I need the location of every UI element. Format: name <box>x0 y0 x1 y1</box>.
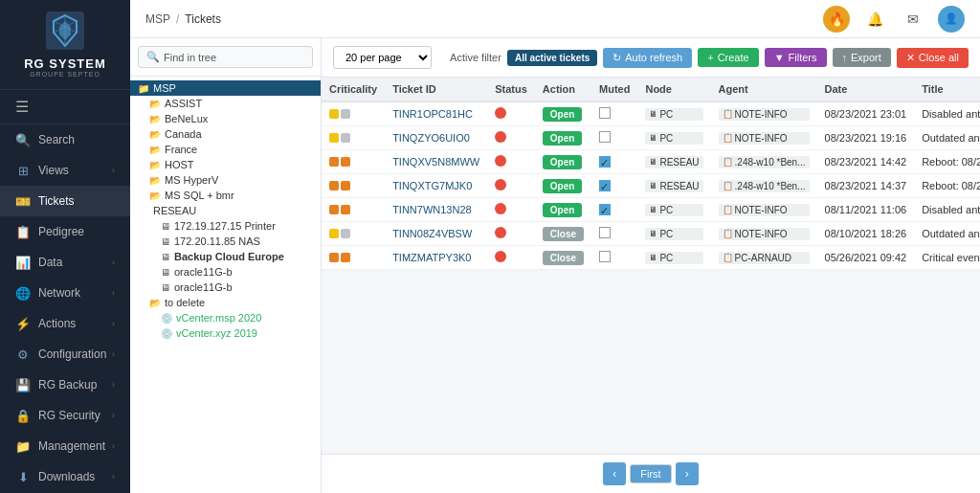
tree-item-host[interactable]: 📂 HOST <box>142 157 321 172</box>
tree-item-oracle2[interactable]: 🖥 oracle11G-b <box>153 280 321 295</box>
cell-muted[interactable] <box>591 101 637 126</box>
table-row: TINQXTG7MJK0 Open ✓ 🖥 RESEAU 📋 .248-w10 … <box>322 174 980 198</box>
action-badge[interactable]: Open <box>543 155 583 169</box>
node-label: PC <box>659 133 673 144</box>
tree-item-printer[interactable]: 🖥 172.19.127.15 Printer <box>153 218 321 234</box>
action-badge[interactable]: Open <box>543 179 583 193</box>
chevron-right-icon-dl: › <box>112 472 115 482</box>
cell-action[interactable]: Open <box>535 198 591 222</box>
sidebar-item-rg-security[interactable]: 🔒 RG Security › <box>0 400 130 431</box>
tree-item-backup-cloud[interactable]: 🖥 Backup Cloud Europe <box>153 249 321 264</box>
export-button[interactable]: ↑ Export <box>833 48 891 67</box>
tree-root[interactable]: 📁 MSP <box>130 80 321 96</box>
sidebar-item-views[interactable]: ⊞ Views › <box>0 155 130 186</box>
sidebar-label-downloads: Downloads <box>38 470 112 483</box>
sidebar-item-management[interactable]: 📁 Management › <box>0 431 130 461</box>
tree-item-vcenter2020[interactable]: 💿 vCenter.msp 2020 <box>153 310 321 325</box>
tree-item-vcenter2019[interactable]: 💿 vCenter.xyz 2019 <box>153 325 321 341</box>
next-page-button[interactable]: › <box>676 462 699 485</box>
col-muted: Muted <box>591 78 637 101</box>
filter-icon: ▼ <box>774 52 785 63</box>
user-avatar-btn[interactable]: 👤 <box>938 6 965 33</box>
cell-ticket-id[interactable]: TINQXTG7MJK0 <box>385 174 487 198</box>
per-page-select[interactable]: 20 per page 10 per page 50 per page 100 … <box>333 46 432 69</box>
create-button[interactable]: + Create <box>698 48 758 67</box>
sidebar-item-data[interactable]: 📊 Data › <box>0 247 130 278</box>
sidebar-item-configuration[interactable]: ⚙ Configuration › <box>0 339 130 370</box>
cell-action[interactable]: Open <box>535 174 591 198</box>
find-in-tree-btn[interactable]: 🔍 Find in tree <box>138 46 313 68</box>
cell-action[interactable]: Open <box>535 150 591 174</box>
muted-checkbox[interactable]: ✓ <box>599 156 611 168</box>
action-badge[interactable]: Open <box>543 131 583 146</box>
cell-ticket-id[interactable]: TINQZYO6UIO0 <box>385 126 487 150</box>
tickets-panel: 20 per page 10 per page 50 per page 100 … <box>322 38 980 493</box>
cell-action[interactable]: Close <box>535 246 591 270</box>
cell-ticket-id[interactable]: TINN7WN13N28 <box>385 198 487 222</box>
cell-muted[interactable]: ✓ <box>591 150 637 174</box>
sidebar-item-search[interactable]: 🔍 Search <box>0 124 130 155</box>
action-badge[interactable]: Close <box>543 227 584 241</box>
sidebar-item-downloads[interactable]: ⬇ Downloads › <box>0 461 130 492</box>
tree-item-mssql[interactable]: 📂 MS SQL + bmr <box>142 188 321 203</box>
sidebar-item-tickets[interactable]: 🎫 Tickets <box>0 186 130 216</box>
cell-title: Reboot: 08/23/2021 14:29 <box>914 174 980 198</box>
sidebar-item-actions[interactable]: ⚡ Actions › <box>0 308 130 339</box>
tree-item-canada[interactable]: 📂 Canada <box>142 126 321 142</box>
tree-item-benelux[interactable]: 📂 BeNeLux <box>142 111 321 126</box>
tree-item-reseau[interactable]: RESEAU <box>142 203 321 218</box>
muted-checkbox[interactable]: ✓ <box>599 180 611 191</box>
mail-icon-btn[interactable]: ✉ <box>900 6 926 33</box>
cell-node: 🖥 RESEAU <box>637 150 710 174</box>
menu-toggle[interactable]: ☰ <box>0 90 130 124</box>
cell-action[interactable]: Open <box>535 101 591 126</box>
cell-ticket-id[interactable]: TINQXV5N8MWW <box>385 150 487 174</box>
node-icon: 🖥 <box>649 205 657 214</box>
cell-muted[interactable] <box>591 222 637 246</box>
muted-checkbox[interactable] <box>599 107 611 119</box>
cell-action[interactable]: Close <box>535 222 591 246</box>
tree-search-area: 🔍 Find in tree <box>130 38 321 77</box>
all-active-tickets-badge[interactable]: All active tickets <box>507 50 597 66</box>
cell-muted[interactable]: ✓ <box>591 174 637 198</box>
chevron-right-icon-mgmt: › <box>112 441 115 451</box>
node-chip: 🖥 PC <box>645 252 702 264</box>
muted-checkbox[interactable] <box>599 251 611 262</box>
auto-refresh-button[interactable]: ↻ Auto refresh <box>603 48 692 68</box>
muted-checkbox[interactable] <box>599 227 611 238</box>
breadcrumb-root: MSP <box>145 12 170 26</box>
folder-icon: 📂 <box>149 298 161 308</box>
tree-item-nas[interactable]: 🖥 172.20.11.85 NAS <box>153 234 321 249</box>
tree-item-mshyperv[interactable]: 📂 MS HyperV <box>142 172 321 188</box>
notification-icon-btn[interactable]: 🔔 <box>861 6 888 33</box>
alert-icon-btn[interactable]: 🔥 <box>823 6 850 33</box>
tree-item-label: to delete <box>165 297 205 308</box>
muted-checkbox[interactable]: ✓ <box>599 204 611 215</box>
muted-checkbox[interactable] <box>599 131 611 143</box>
tree-item-oracle1[interactable]: 🖥 oracle11G-b <box>153 264 321 280</box>
tree-item-assist[interactable]: 📂 ASSIST <box>142 96 321 111</box>
tree-panel: 🔍 Find in tree 📁 MSP 📂 ASSIST 📂 BeNeLux <box>130 38 322 493</box>
hamburger-icon: ☰ <box>15 99 29 115</box>
prev-page-button[interactable]: ‹ <box>603 462 626 485</box>
cell-muted[interactable]: ✓ <box>591 198 637 222</box>
first-page-button[interactable]: First <box>630 464 671 483</box>
close-all-button[interactable]: ✕ Close all <box>897 48 969 68</box>
sidebar-item-network[interactable]: 🌐 Network › <box>0 278 130 308</box>
sidebar-item-rg-backup[interactable]: 💾 RG Backup › <box>0 370 130 400</box>
action-badge[interactable]: Open <box>543 203 583 217</box>
cell-ticket-id[interactable]: TINR1OPC81HC <box>385 101 487 126</box>
cell-muted[interactable] <box>591 126 637 150</box>
sidebar-label-security: RG Security <box>38 409 112 422</box>
tree-item-to-delete[interactable]: 📂 to delete <box>142 295 321 310</box>
cell-action[interactable]: Open <box>535 126 591 150</box>
filters-button[interactable]: ▼ Filters <box>765 48 827 67</box>
cell-ticket-id[interactable]: TIMZMATPY3K0 <box>385 246 487 270</box>
cell-ticket-id[interactable]: TINN08Z4VBSW <box>385 222 487 246</box>
sidebar-item-pedigree[interactable]: 📋 Pedigree <box>0 216 130 247</box>
action-badge[interactable]: Open <box>543 107 583 122</box>
tree-item-france[interactable]: 📂 France <box>142 142 321 157</box>
agent-chip: 📋 NOTE-INFO <box>719 204 810 216</box>
cell-muted[interactable] <box>591 246 637 270</box>
action-badge[interactable]: Close <box>543 251 584 265</box>
